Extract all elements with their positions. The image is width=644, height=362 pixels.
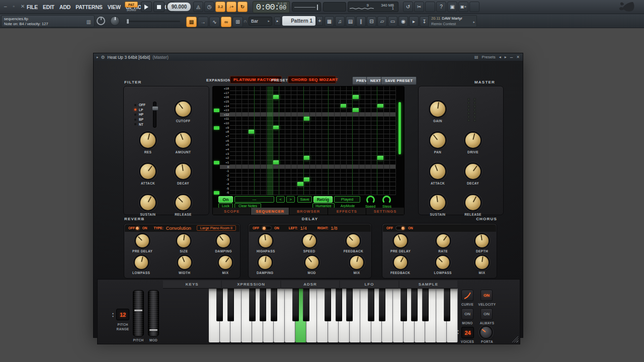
seq-cell[interactable] [390, 104, 396, 109]
seq-cell[interactable] [291, 121, 297, 126]
seq-cell[interactable] [279, 104, 285, 109]
minimize-icon[interactable]: – [4, 4, 7, 9]
seq-cell[interactable] [390, 134, 396, 139]
seq-cell[interactable] [297, 177, 303, 182]
seq-cell[interactable] [341, 117, 347, 121]
seq-cell[interactable] [279, 160, 285, 165]
stop-button[interactable] [153, 2, 165, 12]
seq-cell[interactable] [359, 134, 365, 139]
seq-cell[interactable] [310, 130, 316, 134]
seq-cell[interactable] [242, 100, 248, 104]
seq-cell[interactable] [297, 113, 303, 117]
seq-cell[interactable] [322, 156, 328, 160]
seq-cell[interactable] [341, 86, 347, 91]
piano-key-black[interactable] [271, 289, 277, 321]
seq-cell[interactable] [322, 100, 328, 104]
seq-cell[interactable] [341, 165, 347, 169]
seq-cell[interactable] [329, 113, 335, 117]
seq-cell[interactable] [291, 156, 297, 160]
seq-cell[interactable] [335, 117, 341, 121]
seq-cell[interactable] [353, 173, 359, 178]
seq-cell[interactable] [390, 95, 396, 100]
seq-cell[interactable] [353, 126, 359, 130]
seq-cell[interactable] [365, 169, 371, 173]
cutoff-knob[interactable] [176, 102, 191, 117]
seq-cell[interactable] [329, 173, 335, 178]
seq-cell[interactable] [261, 113, 267, 117]
seq-cell[interactable] [353, 121, 359, 126]
seq-cell[interactable] [273, 86, 279, 91]
seq-cell[interactable] [335, 100, 341, 104]
seq-cell[interactable] [267, 95, 273, 100]
seq-cell[interactable] [347, 165, 353, 169]
seq-cell[interactable] [359, 147, 365, 152]
seq-cell[interactable] [377, 113, 383, 117]
main-pitch-knob[interactable] [110, 16, 120, 26]
seq-cell[interactable] [359, 126, 365, 130]
seq-cell[interactable] [371, 182, 377, 187]
reverb-type-value[interactable]: Convolution [166, 225, 191, 231]
seq-cell[interactable] [347, 187, 353, 191]
seq-cell[interactable] [291, 147, 297, 152]
seq-cell[interactable] [316, 108, 322, 113]
feedback-knob[interactable] [347, 234, 360, 247]
seq-cell[interactable] [384, 173, 390, 178]
seq-cell[interactable] [390, 169, 396, 173]
seq-cell[interactable] [297, 117, 303, 121]
seq-cell[interactable] [255, 177, 261, 182]
seq-cell[interactable] [390, 130, 396, 134]
seq-cell[interactable] [261, 182, 267, 187]
seq-cell[interactable] [304, 143, 310, 147]
seq-cell[interactable] [335, 91, 341, 96]
seq-cell[interactable] [359, 104, 365, 109]
seq-cell[interactable] [359, 130, 365, 134]
seq-cell[interactable] [267, 100, 273, 104]
plugin-titlebar[interactable]: ▸ ⚙ Heat Up 3 64bit [64bit] (Master) ▤ P… [94, 53, 523, 61]
seq-cell[interactable] [242, 86, 248, 91]
mix-knob[interactable] [475, 256, 489, 269]
seq-chord-selector[interactable]: --- [234, 196, 274, 203]
seq-prev-button[interactable]: < [276, 196, 285, 203]
seq-cell[interactable] [353, 165, 359, 169]
rate-knob[interactable] [437, 234, 450, 247]
seq-cell[interactable] [230, 169, 236, 173]
seq-cell[interactable] [291, 100, 297, 104]
seq-cell[interactable] [310, 187, 316, 191]
attack-knob[interactable] [430, 164, 445, 179]
seq-cell[interactable] [322, 126, 328, 130]
seq-cell[interactable] [291, 152, 297, 156]
piano-key-black[interactable] [346, 289, 353, 321]
seq-cell[interactable] [384, 134, 390, 139]
seq-cell[interactable] [365, 113, 371, 117]
typing-keyboard-icon[interactable]: ⊞ [232, 17, 243, 27]
seq-cell[interactable] [353, 139, 359, 143]
seq-cell[interactable] [371, 147, 377, 152]
seq-cell[interactable] [316, 169, 322, 173]
seq-cell[interactable] [279, 152, 285, 156]
seq-cell[interactable] [322, 173, 328, 178]
seq-cell[interactable] [310, 143, 316, 147]
menu-view[interactable]: VIEW [105, 4, 123, 10]
pitch-range-display[interactable]: 12 [116, 309, 129, 320]
seq-cell[interactable] [242, 113, 248, 117]
seq-cell[interactable] [255, 152, 261, 156]
piano-key-black[interactable] [216, 289, 223, 321]
seq-cell[interactable] [255, 126, 261, 130]
seq-cell[interactable] [390, 187, 396, 191]
seq-cell[interactable] [365, 121, 371, 126]
seq-cell[interactable] [359, 139, 365, 143]
seq-cell[interactable] [347, 134, 353, 139]
seq-cell[interactable] [341, 91, 347, 96]
seq-cell[interactable] [377, 117, 383, 121]
seq-cell[interactable] [316, 147, 322, 152]
seq-cell[interactable] [267, 177, 273, 182]
seq-cell[interactable] [297, 165, 303, 169]
seq-cell[interactable] [353, 117, 359, 121]
lowpass-knob[interactable] [135, 256, 148, 269]
seq-cell[interactable] [316, 126, 322, 130]
seq-cell[interactable] [267, 113, 273, 117]
seq-cell[interactable] [267, 104, 273, 109]
seq-cell[interactable] [377, 173, 383, 178]
seq-cell[interactable] [279, 113, 285, 117]
seq-cell[interactable] [347, 91, 353, 96]
